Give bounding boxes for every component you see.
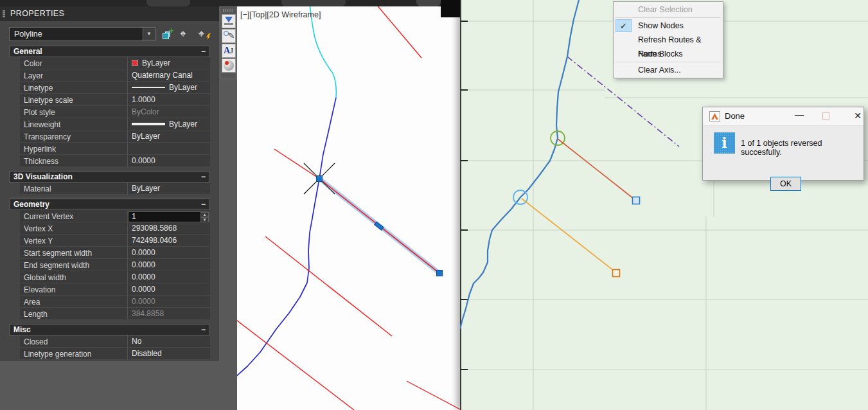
prop-value: 0.0000 [128, 296, 210, 307]
plus-icon: + [169, 26, 173, 35]
blue-canal-polyline[interactable] [237, 98, 336, 377]
spinner-up-icon[interactable]: ▲ [200, 212, 209, 217]
prop-label: Global width [20, 271, 128, 283]
red-canal-line-1[interactable] [376, 6, 421, 58]
cyan-canal-line[interactable] [310, 6, 336, 98]
file-tab-hint [146, 0, 190, 6]
current-vertex-value: 1 [128, 212, 200, 221]
object-type-dropdown[interactable]: Polyline ▼ [9, 27, 155, 41]
maximize-icon[interactable] [822, 112, 829, 120]
select-objects-icon[interactable]: ⌖ [179, 28, 191, 40]
prop-row-transparency: Transparency ByLayer [20, 130, 210, 143]
section-header-geometry[interactable]: Geometry − [9, 199, 210, 210]
prop-value-text: ByLayer [132, 132, 160, 141]
matlab-membrane-glyph [711, 113, 718, 120]
orange-end-square[interactable] [613, 270, 620, 277]
node-edit-pencil-icon[interactable]: ✎ [222, 29, 236, 43]
prop-label: Area [20, 296, 128, 307]
prop-value[interactable]: ByLayer [128, 57, 210, 69]
pickadd-square-front [163, 33, 169, 39]
prop-value-text: ByLayer [142, 58, 170, 67]
redorange-offtake-line[interactable] [558, 139, 633, 199]
start-vertex-grip[interactable] [317, 176, 323, 182]
ok-button[interactable]: OK [770, 177, 801, 191]
file-tab-hint [416, 0, 441, 6]
menu-item-show-nodes[interactable]: ✓ Show Nodes [614, 19, 723, 33]
menu-separator [616, 62, 721, 62]
annotate-text-icon[interactable]: AJ [222, 44, 236, 58]
prop-row-plot-style: Plot style ByColor [20, 106, 210, 118]
prop-label: Color [20, 57, 128, 69]
cad-viewport[interactable]: [−][Top][2D Wireframe] [237, 6, 460, 410]
prop-label: Elevation [20, 283, 128, 295]
prop-label: Current Vertex [20, 210, 128, 222]
object-type-value: Polyline [10, 28, 143, 40]
dialog-title-bar[interactable]: Done — ✕ [703, 107, 864, 126]
blue-route-line[interactable] [460, 0, 579, 329]
section-title: General [13, 46, 42, 57]
prop-row-lineweight: Lineweight ByLayer [20, 118, 210, 130]
pickadd-toggle-icon[interactable]: + [161, 28, 173, 40]
menu-item-clear-selection: Clear Selection [614, 3, 723, 17]
toolbar-grip-handle[interactable] [223, 9, 234, 12]
prop-value[interactable]: ByLayer [128, 118, 210, 130]
prop-value[interactable]: ByLayer [128, 130, 210, 142]
cad-canvas[interactable] [237, 6, 460, 410]
prop-value[interactable]: 1.0000 [128, 94, 210, 105]
red-canal-line-3[interactable] [265, 236, 392, 336]
close-icon[interactable]: ✕ [850, 111, 865, 121]
down-arrow-icon [225, 17, 233, 22]
prop-value[interactable]: 0.0000 [128, 247, 210, 258]
dialog-body: i 1 of 1 objects reversed succesfully. O… [703, 126, 864, 181]
prop-value[interactable]: Disabled [128, 348, 210, 359]
spinner-down-icon[interactable]: ▼ [200, 217, 209, 222]
globe-icon[interactable] [222, 58, 236, 73]
palette-title: PROPERTIES [10, 9, 64, 18]
prop-row-length: Length 384.8858 [20, 308, 210, 320]
section-header-general[interactable]: General − [9, 46, 210, 57]
viewport-controls-label[interactable]: [−][Top][2D Wireframe] [240, 10, 321, 19]
prop-value[interactable]: ByLayer [128, 82, 210, 93]
quick-select-icon[interactable]: ⌖ [198, 28, 210, 40]
prop-value-text: ByLayer [169, 83, 197, 92]
collapse-icon[interactable]: − [201, 325, 206, 335]
collapse-icon[interactable]: − [201, 199, 206, 209]
prop-value[interactable]: Quaternary Canal [128, 69, 210, 81]
end-vertex-grip[interactable] [437, 271, 443, 276]
prop-label: Vertex X [20, 222, 128, 234]
prop-value[interactable]: 0.0000 [128, 155, 210, 166]
blue-end-square[interactable] [633, 197, 640, 204]
red-canal-line-4[interactable] [237, 316, 354, 410]
prop-value[interactable]: 742498.0406 [128, 235, 210, 246]
menu-item-label: Farm Blocks [638, 49, 682, 58]
dialog-message: 1 of 1 objects reversed succesfully. [741, 139, 864, 157]
menu-item-clear-axis[interactable]: Clear Axis... [614, 63, 723, 77]
vertex-spinner[interactable]: ▲▼ [200, 212, 209, 222]
palette-grip-handle[interactable] [3, 10, 5, 18]
autocad-top-chrome [0, 0, 460, 6]
axis-tick-marks [461, 21, 468, 370]
collapse-icon[interactable]: − [201, 46, 206, 57]
menu-item-refresh-routes-nodes[interactable]: Refresh Routes & Nodes [614, 33, 723, 47]
prop-value[interactable] [128, 143, 210, 154]
minimize-icon[interactable]: — [792, 109, 807, 120]
prop-value[interactable]: 0.0000 [128, 283, 210, 295]
chevron-down-icon[interactable]: ▼ [143, 28, 155, 40]
red-canal-line-5[interactable] [407, 381, 460, 409]
current-vertex-input[interactable]: 1 ▲▼ [128, 211, 209, 222]
red-canal-line-2[interactable] [274, 149, 319, 179]
visualization-rows: Material ByLayer [20, 183, 210, 195]
prop-value[interactable]: ByLayer [128, 183, 210, 194]
prop-value-text: 0.0000 [132, 260, 155, 269]
collapse-icon[interactable]: − [201, 172, 206, 182]
orange-offtake-line[interactable] [522, 199, 614, 271]
prop-value[interactable]: 0.0000 [128, 259, 210, 271]
prop-value[interactable]: 0.0000 [128, 271, 210, 283]
prop-value[interactable]: 293098.5868 [128, 222, 210, 234]
import-down-arrow-icon[interactable] [222, 14, 236, 28]
section-header-misc[interactable]: Misc − [9, 324, 210, 335]
menu-item-farm-blocks[interactable]: Farm Blocks [614, 47, 723, 61]
section-header-3d-visualization[interactable]: 3D Visualization − [9, 171, 210, 183]
prop-value[interactable]: No [128, 335, 210, 347]
palette-title-bar[interactable]: PROPERTIES [0, 6, 219, 21]
